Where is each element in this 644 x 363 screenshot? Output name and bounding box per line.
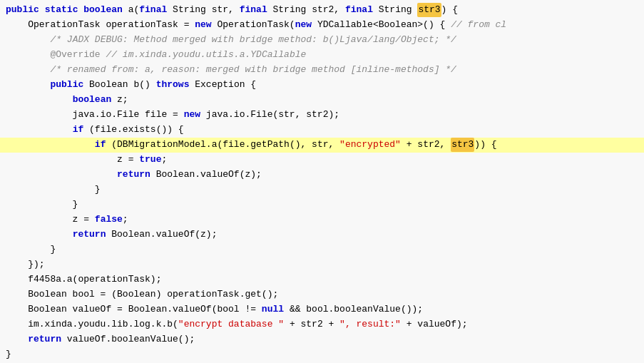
code-line: } <box>0 183 644 198</box>
code-segment: Boolean bool = (Boolean) operationTask.g… <box>6 287 278 302</box>
code-segment: } <box>6 198 78 212</box>
code-line: } <box>0 347 644 362</box>
code-line: public static boolean a(final String str… <box>0 3 644 18</box>
code-segment: final <box>345 3 373 17</box>
code-segment: return <box>73 227 106 242</box>
code-segment: OperationTask operationTask = <box>6 18 195 32</box>
code-segment: (file.exists()) { <box>83 123 183 137</box>
code-segment: false <box>95 213 123 227</box>
code-line: return Boolean.valueOf(z); <box>0 227 644 242</box>
code-segment <box>6 93 73 107</box>
code-segment: return <box>28 332 61 347</box>
code-line: /* renamed from: a, reason: merged with … <box>0 63 644 78</box>
code-segment: java.io.File file = <box>6 108 184 122</box>
code-segment <box>6 78 50 92</box>
code-segment: z; <box>111 93 128 107</box>
code-line: im.xinda.youdu.lib.log.k.b("encrypt data… <box>0 317 644 332</box>
code-line: return Boolean.valueOf(z); <box>0 168 644 183</box>
code-segment: @Override <box>50 48 100 62</box>
code-segment <box>39 3 45 17</box>
code-segment: /* JADX DEBUG: Method merged with bridge… <box>50 33 456 47</box>
code-segment: } <box>6 183 101 197</box>
code-segment: Exception { <box>189 78 256 92</box>
code-segment: boolean <box>73 93 112 107</box>
code-segment: ", result:" <box>339 317 401 332</box>
code-segment: String str2, <box>267 3 345 17</box>
code-segment: if <box>73 123 84 137</box>
code-segment: + valueOf); <box>401 317 468 332</box>
code-line: OperationTask operationTask = new Operat… <box>0 18 644 33</box>
code-segment: java.io.File(str, str2); <box>200 108 339 122</box>
code-segment: + str2, <box>401 138 451 152</box>
code-line: z = true; <box>0 153 644 168</box>
code-segment: str3 <box>417 3 441 17</box>
code-segment: z = <box>6 213 95 227</box>
code-line: z = false; <box>0 213 644 227</box>
code-line: @Override // im.xinda.youdu.utils.a.YDCa… <box>0 48 644 63</box>
code-line: java.io.File file = new java.io.File(str… <box>0 108 644 123</box>
code-segment <box>78 3 83 17</box>
code-segment: Boolean valueOf = Boolean.valueOf(bool !… <box>6 302 262 317</box>
code-segment: + str2 + <box>284 317 339 332</box>
code-segment: Boolean.valueOf(z); <box>150 168 262 182</box>
code-segment <box>6 227 73 242</box>
code-segment: boolean <box>83 3 123 17</box>
code-segment <box>6 168 117 182</box>
code-line: f4458a.a(operationTask); <box>0 272 644 287</box>
code-segment: Boolean.valueOf(z); <box>106 227 217 242</box>
code-segment: new <box>295 18 312 32</box>
code-segment: )) { <box>474 138 496 152</box>
code-segment: a( <box>123 3 139 17</box>
code-segment: /* renamed from: a, reason: merged with … <box>50 63 456 77</box>
code-segment: z = <box>6 153 139 167</box>
code-segment <box>6 123 73 137</box>
code-segment: } <box>6 347 11 362</box>
code-line: boolean z; <box>0 93 644 108</box>
code-line: /* JADX DEBUG: Method merged with bridge… <box>0 33 644 48</box>
code-line: Boolean bool = (Boolean) operationTask.g… <box>0 287 644 302</box>
code-line: if (DBMigrationModel.a(file.getPath(), s… <box>0 138 644 153</box>
code-segment: ; <box>123 213 128 227</box>
code-line: Boolean valueOf = Boolean.valueOf(bool !… <box>0 302 644 317</box>
code-segment: OperationTask( <box>212 18 295 32</box>
code-segment: new <box>195 18 211 32</box>
code-segment: null <box>262 302 284 317</box>
code-segment: (DBMigrationModel.a(file.getPath(), str, <box>106 138 339 152</box>
code-segment: ) { <box>441 3 458 17</box>
code-segment: return <box>117 168 150 182</box>
code-segment <box>6 48 50 62</box>
code-segment: String <box>373 3 417 17</box>
code-segment: // from cl <box>451 18 506 32</box>
code-segment: "encrypt database " <box>178 317 284 332</box>
code-segment <box>6 332 28 347</box>
code-line: } <box>0 242 644 257</box>
code-segment <box>6 138 95 152</box>
code-line: } <box>0 198 644 213</box>
code-segment: && bool.booleanValue()); <box>284 302 423 317</box>
code-segment: valueOf.booleanValue(); <box>61 332 195 347</box>
code-line: return valueOf.booleanValue(); <box>0 332 644 347</box>
code-segment: f4458a.a(operationTask); <box>6 272 161 287</box>
code-segment: } <box>6 242 56 257</box>
code-segment: final <box>139 3 167 17</box>
code-line: }); <box>0 257 644 272</box>
code-segment: str3 <box>451 138 474 152</box>
code-segment: "encrypted" <box>339 138 401 152</box>
code-line: if (file.exists()) { <box>0 123 644 138</box>
code-line: public Boolean b() throws Exception { <box>0 78 644 93</box>
code-segment: final <box>240 3 267 17</box>
code-segment <box>6 33 50 47</box>
code-segment: public <box>6 3 39 17</box>
code-segment: YDCallable<Boolean>() { <box>312 18 451 32</box>
code-segment: Boolean b() <box>83 78 155 92</box>
code-segment: if <box>95 138 106 152</box>
code-segment: String str, <box>167 3 239 17</box>
code-segment: }); <box>6 257 45 272</box>
code-segment: ; <box>161 153 167 167</box>
code-segment: // im.xinda.youdu.utils.a.YDCallable <box>101 48 307 62</box>
code-segment: static <box>45 3 78 17</box>
code-segment: new <box>184 108 200 122</box>
code-container: public static boolean a(final String str… <box>0 0 644 363</box>
code-segment: public <box>50 78 83 92</box>
code-segment: true <box>139 153 161 167</box>
